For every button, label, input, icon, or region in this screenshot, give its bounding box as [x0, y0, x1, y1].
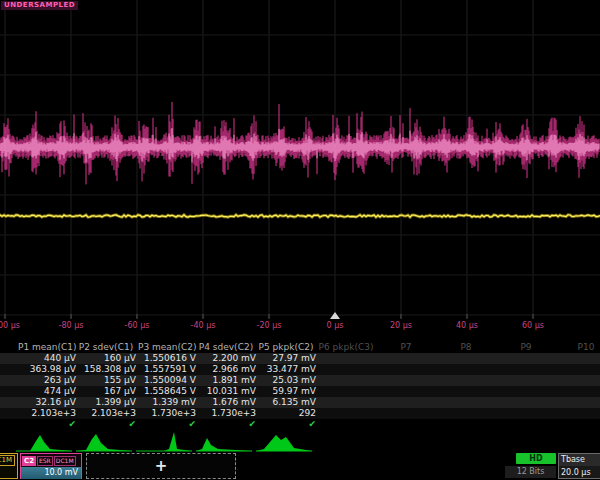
histicon-p1[interactable]	[16, 431, 72, 453]
meas-column-header-p2[interactable]: P2 sdev(C1)	[78, 342, 134, 353]
meas-value: 1.557591 V	[136, 364, 196, 375]
c1-scale-value: 10.0 mV	[0, 466, 17, 478]
meas-value: 27.97 mV	[256, 353, 316, 364]
meas-value: 6.135 mV	[256, 397, 316, 408]
time-axis-label: -80 µs	[59, 321, 84, 330]
meas-status-check-icon: ✔	[16, 419, 76, 430]
histicon-p2[interactable]	[76, 431, 132, 453]
undersampled-status-label: UNDERSAMPLED	[1, 1, 78, 10]
timebase-descriptor[interactable]: Tbase 20.0 µs	[558, 453, 600, 479]
time-axis-label: 60 µs	[522, 321, 544, 330]
meas-value: 10.031 mV	[196, 386, 256, 397]
meas-value: 1.730e+3	[136, 408, 196, 419]
meas-value: 292	[256, 408, 316, 419]
meas-column-header-p1[interactable]: P1 mean(C1)	[18, 342, 74, 353]
time-axis-label: 40 µs	[456, 321, 478, 330]
timebase-label: Tbase	[559, 454, 600, 466]
channel-c1-descriptor[interactable]: DC1M 10.0 mV	[0, 453, 18, 479]
meas-status-check-icon: ✔	[76, 419, 136, 430]
meas-value: 1.891 mV	[196, 375, 256, 386]
meas-value: 1.558645 V	[136, 386, 196, 397]
time-axis-label: -60 µs	[125, 321, 150, 330]
meas-value: 160 µV	[76, 353, 136, 364]
histicon-p4[interactable]	[196, 431, 252, 453]
meas-value: 1.550094 V	[136, 375, 196, 386]
waveform-grid-area	[0, 0, 600, 340]
meas-column-header-p4[interactable]: P4 sdev(C2)	[198, 342, 254, 353]
histicon-p5[interactable]	[256, 431, 312, 453]
meas-value: 2.103e+3	[16, 408, 76, 419]
meas-column-header-p9[interactable]: P9	[498, 342, 554, 353]
meas-value: 32.16 µV	[16, 397, 76, 408]
trigger-position-icon	[330, 312, 340, 319]
resolution-bits-label: 12 Bits	[505, 466, 556, 478]
meas-value: 363.98 µV	[16, 364, 76, 375]
meas-value: 440 µV	[16, 353, 76, 364]
time-axis-label: -100 µs	[0, 321, 20, 330]
meas-column-header-p6[interactable]: P6 pkpk(C3)	[318, 342, 374, 353]
timebase-scale-value: 20.0 µs	[559, 466, 600, 478]
meas-status-check-icon: ✔	[196, 419, 256, 430]
time-axis-label: 20 µs	[390, 321, 412, 330]
meas-status-check-icon: ✔	[136, 419, 196, 430]
meas-column-header-p8[interactable]: P8	[438, 342, 494, 353]
meas-column-header-p10[interactable]: P10	[558, 342, 600, 353]
c2-coupling-badge: DC1M	[54, 456, 76, 466]
meas-value: 155 µV	[76, 375, 136, 386]
channel-c2-descriptor[interactable]: C2 ESR DC1M 10.0 mV	[20, 453, 82, 479]
meas-column-header-p3[interactable]: P3 mean(C2)	[138, 342, 194, 353]
c2-channel-badge: C2	[22, 456, 36, 466]
plus-icon: +	[155, 457, 168, 475]
meas-value: 2.103e+3	[76, 408, 136, 419]
meas-value: 2.966 mV	[196, 364, 256, 375]
c1-coupling-badge: DC1M	[0, 455, 15, 466]
time-axis-label: 0 µs	[327, 321, 344, 330]
meas-value: 167 µV	[76, 386, 136, 397]
meas-value: 263 µV	[16, 375, 76, 386]
time-axis-label: -20 µs	[257, 321, 282, 330]
meas-value: 25.03 mV	[256, 375, 316, 386]
meas-value: 158.308 µV	[76, 364, 136, 375]
meas-value: 1.730e+3	[196, 408, 256, 419]
c2-esr-badge: ESR	[37, 456, 53, 466]
meas-status-check-icon: ✔	[256, 419, 316, 430]
histicon-p3[interactable]	[136, 431, 192, 453]
measurement-table: P1 mean(C1)P2 sdev(C1)P3 mean(C2)P4 sdev…	[0, 342, 600, 430]
meas-value: 1.676 mV	[196, 397, 256, 408]
add-trace-button[interactable]: +	[86, 453, 236, 479]
meas-value: 1.339 mV	[136, 397, 196, 408]
meas-value: 1.550616 V	[136, 353, 196, 364]
meas-column-header-p5[interactable]: P5 pkpk(C2)	[258, 342, 314, 353]
meas-value: 1.399 µV	[76, 397, 136, 408]
trace-c2-noise	[0, 102, 599, 184]
meas-value: 33.477 mV	[256, 364, 316, 375]
oscilloscope-screen: UNDERSAMPLED -100 µs-80 µs-60 µs-40 µs-2…	[0, 0, 600, 480]
meas-value: 59.97 mV	[256, 386, 316, 397]
hd-mode-badge[interactable]: HD	[516, 453, 556, 464]
meas-column-header-p7[interactable]: P7	[378, 342, 434, 353]
time-axis-label: -40 µs	[191, 321, 216, 330]
meas-value: 2.200 mV	[196, 353, 256, 364]
meas-value: 474 µV	[16, 386, 76, 397]
trace-c1-flat	[0, 215, 600, 217]
c2-scale-value: 10.0 mV	[21, 467, 81, 479]
